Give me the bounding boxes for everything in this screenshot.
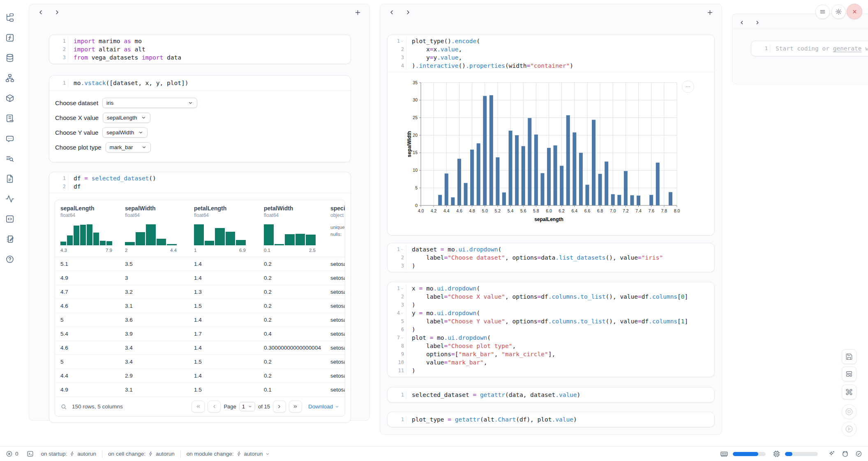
column-header-sepalLength[interactable]: sepalLengthfloat644.37.9 — [55, 205, 120, 253]
fold-caret-icon[interactable] — [400, 287, 404, 290]
sidebar-scratchpad-icon[interactable] — [5, 235, 14, 244]
code-line[interactable]: 3) — [388, 262, 714, 270]
code-line[interactable]: 4y = mo.ui.dropdown( — [388, 309, 714, 317]
sidebar-function-square-icon[interactable] — [5, 33, 14, 42]
table-cell: 4.9 — [55, 275, 120, 281]
search-icon[interactable] — [60, 403, 67, 410]
fold-caret-icon[interactable] — [400, 311, 404, 315]
left-panel-header — [29, 4, 369, 21]
assistant-icon[interactable] — [841, 450, 849, 458]
first-page-button[interactable] — [192, 401, 205, 413]
code-line[interactable]: 9 options=["mark_bar", "mark_circle"], — [388, 350, 714, 358]
settings-button[interactable] — [831, 5, 846, 19]
collapse-left-icon[interactable] — [388, 9, 395, 16]
generate-link[interactable]: generate — [833, 45, 862, 52]
sidebar-code-snippets-icon[interactable] — [5, 214, 14, 224]
code-line[interactable]: 2 label="Choose dataset", options=data.l… — [388, 254, 714, 262]
code-line[interactable]: 3 y=y.value, — [388, 53, 714, 62]
code-line[interactable]: 2df — [49, 182, 351, 191]
sidebar-chat-bot-icon[interactable] — [5, 134, 14, 143]
command-palette-button[interactable] — [842, 385, 856, 399]
connection-status-icon[interactable] — [855, 450, 862, 457]
code-editor[interactable]: 1selected_dataset = getattr(data, datase… — [388, 387, 714, 402]
code-line[interactable]: 10 value="mark_bar", — [388, 358, 714, 366]
code-editor[interactable]: 1dataset = mo.ui.dropdown(2 label="Choos… — [388, 243, 714, 272]
dropdown-choose-x-value[interactable]: sepalLength — [103, 113, 151, 123]
fold-caret-icon[interactable] — [400, 336, 404, 340]
page-number-value: 1 — [242, 403, 245, 410]
add-cell-icon[interactable] — [706, 9, 713, 16]
save-button[interactable] — [842, 349, 856, 364]
sidebar-logs-search-icon[interactable] — [5, 154, 14, 163]
fold-caret-icon[interactable] — [400, 39, 404, 43]
add-cell-icon[interactable] — [354, 9, 361, 16]
column-header-sepalWidth[interactable]: sepalWidthfloat6424.4 — [120, 205, 189, 253]
code-line[interactable]: 3) — [388, 301, 714, 309]
shutdown-button[interactable] — [847, 4, 862, 19]
code-editor[interactable]: 1mo.vstack([dataset, x, y, plot]) — [49, 76, 351, 90]
code-editor[interactable]: 1plot_type = getattr(alt.Chart(df), plot… — [388, 412, 714, 427]
sidebar-database-icon[interactable] — [5, 53, 14, 62]
notebook-menu-button[interactable] — [815, 5, 830, 19]
code-editor[interactable]: 1x = mo.ui.dropdown(2 label="Choose X va… — [388, 282, 714, 377]
expand-right-icon[interactable] — [755, 20, 760, 25]
layout-button[interactable] — [842, 366, 856, 381]
sidebar-package-icon[interactable] — [5, 94, 14, 103]
sidebar-script-icon[interactable] — [5, 114, 14, 123]
code-line[interactable]: 11) — [388, 366, 714, 375]
code-placeholder[interactable]: Start coding or generate with AI — [770, 44, 868, 53]
code-line[interactable]: 8 label="Choose plot type", — [388, 342, 714, 350]
next-page-button[interactable] — [273, 401, 286, 413]
terminal-icon[interactable] — [27, 450, 34, 457]
dropdown-choose-dataset[interactable]: iris — [102, 98, 197, 108]
column-header-petalLength[interactable]: petalLengthfloat6416.9 — [189, 205, 259, 253]
sidebar-file-tree-icon[interactable] — [5, 13, 14, 22]
sidebar-document-icon[interactable] — [5, 174, 14, 183]
run-setting-3[interactable]: on module change:autorun — [187, 451, 270, 457]
ai-sparkles-icon[interactable] — [828, 450, 835, 457]
run-setting-1[interactable]: on startup:autorun — [41, 451, 97, 457]
code-line[interactable]: 1import marimo as mo — [49, 37, 351, 45]
run-setting-2[interactable]: on cell change:autorun — [108, 451, 175, 457]
last-page-button[interactable] — [289, 401, 302, 413]
code-line[interactable]: 1df = selected_dataset() — [49, 174, 351, 182]
bar-chart[interactable]: 4.04.24.44.64.85.05.25.45.65.86.06.26.46… — [388, 77, 715, 233]
collapse-left-icon[interactable] — [739, 20, 745, 25]
code-line[interactable]: 1plot_type = getattr(alt.Chart(df), plot… — [388, 415, 714, 424]
dropdown-choose-y-value[interactable]: sepalWidth — [102, 127, 148, 138]
fold-caret-icon[interactable] — [400, 248, 404, 251]
table-cell: 4.6 — [55, 303, 120, 309]
expand-right-icon[interactable] — [405, 9, 411, 16]
code-line[interactable]: 1plot_type().encode( — [388, 37, 714, 45]
code-line[interactable]: 1x = mo.ui.dropdown( — [388, 284, 714, 293]
code-line[interactable]: 2import altair as alt — [49, 45, 351, 53]
expand-right-icon[interactable] — [54, 9, 60, 16]
errors-indicator[interactable]: 0 — [6, 450, 18, 457]
code-line[interactable]: 1mo.vstack([dataset, x, y, plot]) — [49, 79, 351, 87]
column-header-petalWidth[interactable]: petalWidthfloat640.12.5 — [259, 205, 325, 253]
code-line[interactable]: 5 label="Choose Y value", options=df.col… — [388, 317, 714, 325]
column-header-species[interactable]: speciesobjectunique:nulls: — [325, 205, 345, 253]
code-line[interactable]: 4).interactive().properties(width="conta… — [388, 62, 714, 70]
code-line[interactable]: 7plot = mo.ui.dropdown( — [388, 334, 714, 342]
code-line[interactable]: 1selected_dataset = getattr(data, datase… — [388, 391, 714, 399]
code-editor[interactable]: 1plot_type().encode(2 x=x.value,3 y=y.va… — [388, 35, 714, 72]
code-editor[interactable]: 1import marimo as mo2import altair as al… — [49, 35, 351, 64]
dropdown-choose-plot-type[interactable]: mark_bar — [106, 142, 151, 152]
sidebar-help-icon[interactable] — [5, 255, 14, 264]
code-line[interactable]: 3from vega_datasets import data — [49, 53, 351, 62]
sidebar-hierarchy-icon[interactable] — [5, 74, 14, 83]
run-button[interactable] — [842, 422, 856, 436]
prev-page-button[interactable] — [208, 401, 221, 413]
code-line[interactable]: 1dataset = mo.ui.dropdown( — [388, 245, 714, 254]
chart-actions-button[interactable] — [682, 81, 694, 93]
download-button[interactable]: Download — [308, 403, 339, 410]
page-number-select[interactable]: 1 — [239, 402, 255, 411]
code-editor[interactable]: 1df = selected_dataset()2df — [49, 172, 351, 193]
code-line[interactable]: 2 label="Choose X value", options=df.col… — [388, 293, 714, 301]
code-line[interactable]: 6) — [388, 325, 714, 334]
collapse-left-icon[interactable] — [37, 9, 44, 16]
code-line[interactable]: 2 x=x.value, — [388, 45, 714, 53]
sidebar-activity-icon[interactable] — [5, 194, 14, 203]
stop-button[interactable] — [842, 404, 856, 419]
